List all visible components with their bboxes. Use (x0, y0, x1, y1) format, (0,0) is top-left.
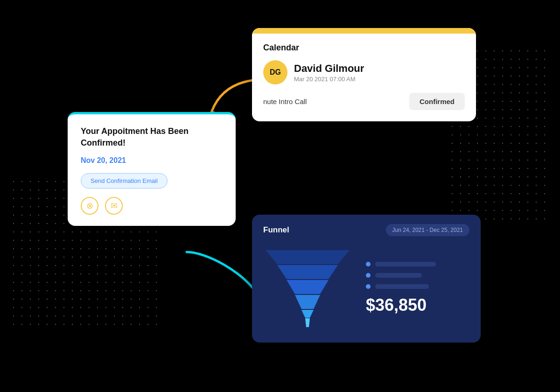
legend-dot-3 (366, 284, 371, 289)
avatar: DG (263, 60, 287, 84)
funnel-right: $36,850 (366, 262, 469, 315)
legend-bar-1 (375, 262, 436, 266)
svg-marker-6 (301, 310, 314, 318)
calendar-title: Calendar (263, 43, 465, 53)
svg-marker-2 (266, 250, 350, 264)
chat-icon: ⊗ (81, 197, 98, 215)
appointment-card: Your Appoitment Has Been Confirmed! Nov … (68, 112, 236, 226)
svg-marker-3 (277, 265, 338, 279)
legend-item-3 (366, 284, 469, 289)
svg-marker-7 (305, 318, 310, 327)
legend-dot-2 (366, 273, 371, 278)
event-name: nute Intro Call (263, 98, 307, 105)
legend-dot-1 (366, 262, 371, 266)
calendar-card-header (252, 28, 476, 34)
legend-item-2 (366, 273, 469, 278)
appointment-title: Your Appoitment Has Been Confirmed! (81, 126, 223, 149)
svg-marker-4 (287, 280, 329, 294)
legend-bar-2 (375, 273, 422, 278)
legend-bar-3 (375, 284, 429, 289)
legend-item-1 (366, 262, 469, 266)
send-confirmation-button[interactable]: Send Confirmation Email (81, 173, 168, 189)
funnel-header-row: Funnel Jun 24, 2021 - Dec 25, 2021 (263, 224, 469, 236)
funnel-date-badge: Jun 24, 2021 - Dec 25, 2021 (386, 224, 469, 236)
funnel-card: Funnel Jun 24, 2021 - Dec 25, 2021 (252, 215, 481, 343)
svg-marker-5 (295, 295, 320, 309)
calendar-user-row: DG David Gilmour Mar 20 2021 07:00 AM (263, 60, 465, 84)
calendar-event-row: nute Intro Call Confirmed (263, 93, 465, 110)
appointment-icons: ⊗ ✉ (81, 197, 223, 215)
user-date: Mar 20 2021 07:00 AM (294, 76, 364, 83)
confirmed-badge: Confirmed (409, 93, 465, 110)
calendar-card: Calendar DG David Gilmour Mar 20 2021 07… (252, 28, 476, 121)
email-icon: ✉ (105, 197, 123, 215)
funnel-content: $36,850 (263, 245, 469, 331)
appointment-date: Nov 20, 2021 (81, 156, 223, 165)
funnel-chart (263, 245, 352, 331)
funnel-amount: $36,850 (366, 295, 469, 315)
user-name: David Gilmour (294, 63, 364, 75)
funnel-title: Funnel (263, 225, 289, 235)
